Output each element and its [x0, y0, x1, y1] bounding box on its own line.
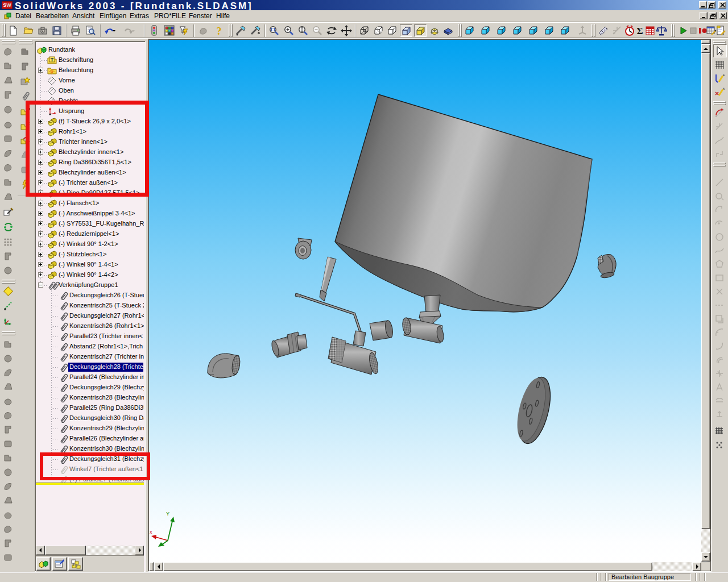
- svg-text:Σ: Σ: [636, 26, 643, 36]
- svg-text:Y: Y: [166, 511, 169, 517]
- svg-text:?: ?: [217, 26, 222, 36]
- svg-text:T: T: [51, 57, 54, 63]
- svg-text:x: x: [150, 529, 152, 535]
